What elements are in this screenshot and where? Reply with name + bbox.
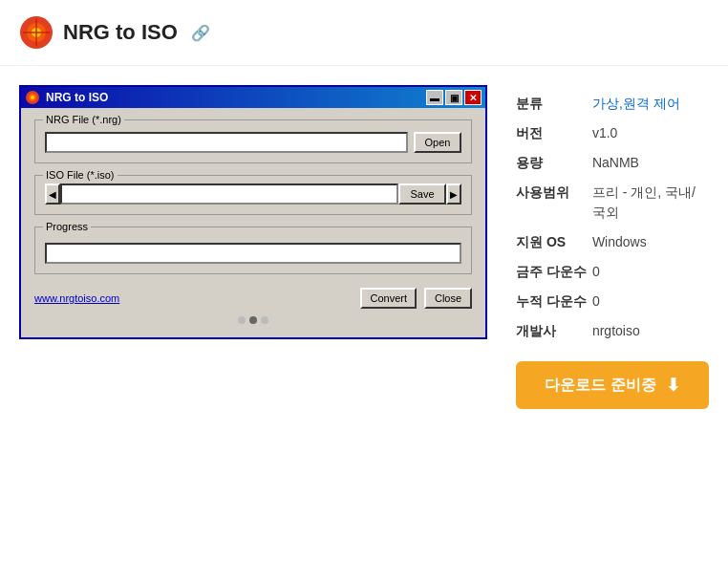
- close-button[interactable]: ✕: [464, 90, 482, 105]
- dot-3: [261, 316, 268, 324]
- minimize-button[interactable]: ▬: [426, 90, 443, 105]
- page-title: NRG to ISO: [63, 20, 178, 45]
- os-value: Windows: [592, 227, 709, 257]
- info-panel: 분류 가상,원격 제어 버전 v1.0 용량 NaNMB 사용범위 프리 - 개…: [516, 85, 709, 542]
- os-label: 지원 OS: [516, 227, 592, 257]
- download-icon: ⬇: [666, 375, 680, 396]
- titlebar-left: NRG to ISO: [25, 90, 108, 105]
- app-icon: [19, 15, 54, 50]
- iso-left-arrow[interactable]: ◀: [45, 183, 60, 205]
- developer-label: 개발사: [516, 316, 592, 346]
- win-body: NRG File (*.nrg) Open ISO File (*.iso) ◀…: [21, 108, 485, 337]
- dialog-title: NRG to ISO: [46, 91, 108, 104]
- nrg-field-group: NRG File (*.nrg) Open: [34, 119, 472, 163]
- main-content: NRG to ISO ▬ ▣ ✕ NRG File (*.nrg) Open: [0, 66, 728, 561]
- category-value: 가상,원격 제어: [592, 89, 709, 119]
- weekly-label: 금주 다운수: [516, 257, 592, 287]
- os-row: 지원 OS Windows: [516, 227, 709, 257]
- version-value: v1.0: [592, 119, 709, 148]
- dot-2: [249, 316, 257, 324]
- size-label: 용량: [516, 148, 592, 178]
- category-link[interactable]: 가상,원격 제어: [592, 96, 680, 111]
- dialog-container: NRG to ISO ▬ ▣ ✕ NRG File (*.nrg) Open: [19, 85, 487, 542]
- total-label: 누적 다운수: [516, 287, 592, 316]
- progress-legend: Progress: [43, 221, 91, 232]
- website-link[interactable]: www.nrgtoiso.com: [34, 292, 119, 304]
- iso-field-row: ◀ Save ▶: [45, 183, 461, 205]
- iso-field-legend: ISO File (*.iso): [43, 169, 118, 181]
- weekly-row: 금주 다운수 0: [516, 257, 709, 287]
- total-value: 0: [592, 287, 709, 316]
- dialog-dots: [34, 316, 472, 324]
- nrg-field-row: Open: [45, 132, 461, 153]
- weekly-value: 0: [592, 257, 709, 287]
- dialog-close-button[interactable]: Close: [424, 288, 472, 309]
- iso-field-group: ISO File (*.iso) ◀ Save ▶: [34, 175, 472, 215]
- convert-button[interactable]: Convert: [360, 288, 417, 309]
- svg-point-7: [31, 96, 34, 99]
- version-row: 버전 v1.0: [516, 119, 709, 148]
- nrg-file-input[interactable]: [45, 132, 408, 153]
- license-row: 사용범위 프리 - 개인, 국내/국외: [516, 178, 709, 227]
- dialog-footer: www.nrgtoiso.com Convert Close: [34, 288, 472, 309]
- app-header: NRG to ISO 🔗: [0, 0, 728, 66]
- maximize-button[interactable]: ▣: [445, 90, 462, 105]
- nrg-open-button[interactable]: Open: [414, 132, 461, 153]
- link-icon[interactable]: 🔗: [191, 24, 210, 42]
- nrg-field-legend: NRG File (*.nrg): [43, 114, 124, 125]
- license-value: 프리 - 개인, 국내/국외: [592, 178, 709, 227]
- developer-row: 개발사 nrgtoiso: [516, 316, 709, 346]
- license-label: 사용범위: [516, 178, 592, 227]
- dialog-action-btns: Convert Close: [360, 288, 472, 309]
- win-dialog: NRG to ISO ▬ ▣ ✕ NRG File (*.nrg) Open: [19, 85, 487, 339]
- win-controls: ▬ ▣ ✕: [426, 90, 482, 105]
- developer-value: nrgtoiso: [592, 316, 709, 346]
- total-row: 누적 다운수 0: [516, 287, 709, 316]
- titlebar-icon: [25, 90, 40, 105]
- category-row: 분류 가상,원격 제어: [516, 89, 709, 119]
- progress-bar-container: [45, 243, 461, 264]
- download-button[interactable]: 다운로드 준비중 ⬇: [516, 361, 709, 409]
- progress-group: Progress: [34, 227, 472, 274]
- win-titlebar: NRG to ISO ▬ ▣ ✕: [21, 87, 485, 108]
- version-label: 버전: [516, 119, 592, 148]
- download-btn-label: 다운로드 준비중: [545, 376, 655, 396]
- dot-1: [238, 316, 246, 324]
- info-table: 분류 가상,원격 제어 버전 v1.0 용량 NaNMB 사용범위 프리 - 개…: [516, 89, 709, 346]
- size-value: NaNMB: [592, 148, 709, 178]
- category-label: 분류: [516, 89, 592, 119]
- iso-file-input[interactable]: [60, 183, 398, 205]
- size-row: 용량 NaNMB: [516, 148, 709, 178]
- progress-row: [45, 239, 461, 264]
- iso-save-button[interactable]: Save: [398, 183, 446, 205]
- iso-right-arrow[interactable]: ▶: [446, 183, 461, 205]
